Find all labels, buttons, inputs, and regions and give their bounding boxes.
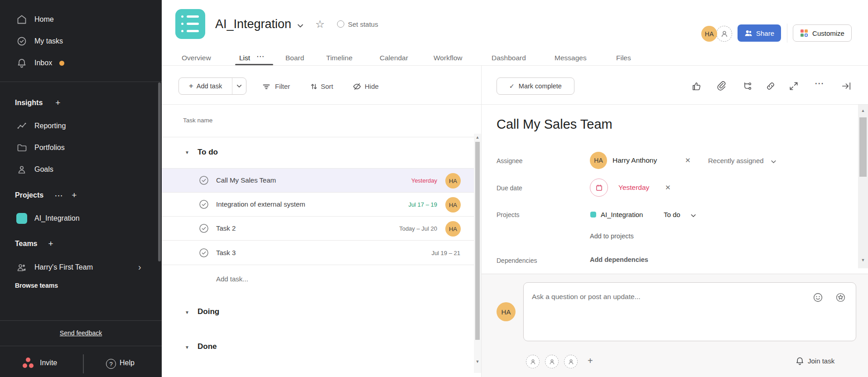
subtask-branch-icon[interactable] [743, 81, 752, 91]
favorite-star-icon[interactable]: ☆ [315, 18, 325, 30]
add-collaborator-plus-icon[interactable]: + [588, 356, 593, 366]
sidebar-item-reporting[interactable]: Reporting [0, 115, 159, 137]
assignment-dropdown[interactable]: Recently assigned [708, 157, 764, 164]
task-row[interactable]: Task 2 Today – Jul 20 HA [162, 217, 474, 241]
sidebar-item-team[interactable]: Harry's First Team › [0, 256, 159, 278]
tab-list[interactable]: List [239, 54, 250, 62]
scrollbar-thumb[interactable] [859, 117, 867, 177]
sidebar-item-home[interactable]: Home [0, 9, 159, 30]
project-name[interactable]: AI_Integration [601, 211, 643, 218]
sidebar-item-inbox[interactable]: Inbox [0, 52, 159, 74]
chevron-right-icon[interactable]: › [138, 262, 141, 272]
copy-link-icon[interactable] [766, 81, 776, 91]
sidebar-item-my-tasks[interactable]: My tasks [0, 30, 159, 52]
add-to-projects-link[interactable]: Add to projects [590, 232, 634, 240]
column-header-task-name[interactable]: Task name [183, 117, 212, 124]
tab-files[interactable]: Files [616, 54, 631, 62]
assignee-avatar: HA [445, 221, 461, 237]
section-collapse-icon[interactable]: ▼ [185, 310, 189, 315]
sidebar-item-goals[interactable]: Goals [0, 159, 159, 180]
task-row[interactable]: Integration of external system Jul 17 – … [162, 193, 474, 217]
invite-button[interactable]: Invite [40, 359, 57, 367]
add-collaborator-icon[interactable] [564, 355, 578, 368]
task-check-icon[interactable] [198, 247, 209, 258]
invite-member-icon[interactable] [716, 26, 732, 42]
tab-overview[interactable]: Overview [182, 54, 211, 62]
tab-timeline[interactable]: Timeline [326, 54, 352, 62]
assignee-avatar: HA [445, 197, 461, 213]
join-task-bell-icon[interactable] [795, 356, 805, 366]
detail-scrollbar[interactable]: ▲ ▼ [858, 105, 868, 268]
sidebar-scrollbar[interactable] [158, 82, 161, 261]
add-collaborator-icon[interactable] [545, 355, 559, 368]
assignee-avatar[interactable]: HA [590, 152, 607, 169]
project-icon[interactable] [175, 9, 205, 39]
more-options-icon[interactable]: ⋯ [815, 78, 825, 89]
task-row[interactable]: Call My Sales Team Yesterday HA [162, 169, 474, 193]
add-collaborator-icon[interactable] [526, 355, 540, 368]
scroll-up-icon[interactable]: ▲ [858, 108, 868, 113]
task-check-icon[interactable] [198, 175, 209, 186]
task-check-icon[interactable] [198, 223, 209, 234]
tab-calendar[interactable]: Calendar [380, 54, 408, 62]
comment-input[interactable]: Ask a question or post an update... [523, 282, 856, 341]
emoji-smiley-icon[interactable] [813, 292, 823, 303]
scrollbar-thumb[interactable] [475, 142, 480, 340]
tab-messages[interactable]: Messages [555, 54, 587, 62]
set-status-button[interactable]: Set status [348, 20, 378, 28]
mark-complete-button[interactable]: ✓ Mark complete [497, 77, 574, 95]
task-list-scrollbar[interactable]: ▲ ▼ [474, 134, 481, 373]
sidebar-item-portfolios[interactable]: Portfolios [0, 137, 159, 159]
task-check-icon[interactable] [198, 199, 209, 210]
scroll-down-icon[interactable]: ▼ [858, 258, 868, 262]
add-insights-button[interactable]: + [55, 98, 60, 108]
tab-dashboard[interactable]: Dashboard [492, 54, 526, 62]
fullscreen-expand-icon[interactable] [789, 81, 799, 91]
project-section-dropdown[interactable]: To do [664, 211, 680, 218]
remove-assignee-icon[interactable]: ✕ [685, 156, 691, 164]
due-date-value[interactable]: Yesterday [618, 184, 649, 192]
add-task-button[interactable]: + Add task [179, 82, 232, 91]
task-title[interactable]: Call My Sales Team [497, 117, 612, 132]
add-project-button[interactable]: + [72, 190, 77, 200]
add-task-split-button[interactable]: + Add task [178, 77, 246, 95]
tab-options-icon[interactable]: ⋯ [256, 52, 265, 61]
add-team-button[interactable]: + [48, 239, 53, 249]
section-header-done[interactable]: Done [198, 342, 217, 351]
sidebar-item-project-ai-integration[interactable]: AI_Integration [0, 208, 159, 229]
add-task-dropdown-chevron-icon[interactable] [232, 83, 246, 89]
filter-button[interactable]: Filter [275, 82, 290, 90]
remove-due-date-icon[interactable]: ✕ [665, 184, 671, 192]
tab-board[interactable]: Board [285, 54, 304, 62]
section-header-todo[interactable]: To do [198, 148, 218, 157]
customize-button[interactable]: Customize [793, 24, 852, 42]
join-task-button[interactable]: Join task [808, 357, 834, 365]
like-thumbs-up-icon[interactable] [692, 81, 702, 91]
user-avatar[interactable]: HA [701, 26, 717, 42]
section-collapse-icon[interactable]: ▼ [185, 150, 189, 155]
scroll-down-icon[interactable]: ▼ [474, 359, 481, 364]
chevron-down-icon[interactable] [690, 213, 696, 218]
task-row[interactable]: Task 3 Jul 19 – 21 [162, 241, 474, 265]
appreciation-star-icon[interactable] [835, 292, 846, 303]
chevron-down-icon[interactable] [771, 159, 776, 164]
add-task-row[interactable]: Add task... [216, 275, 248, 283]
attach-paperclip-icon[interactable] [716, 81, 726, 91]
tab-workflow[interactable]: Workflow [434, 54, 462, 62]
project-menu-chevron-icon[interactable] [297, 23, 304, 29]
due-date-calendar-icon[interactable] [590, 179, 608, 197]
section-header-doing[interactable]: Doing [198, 307, 219, 316]
projects-more-icon[interactable]: ⋯ [54, 190, 63, 201]
add-dependencies-link[interactable]: Add dependencies [590, 256, 648, 263]
assignee-name[interactable]: Harry Anthony [612, 156, 657, 164]
send-feedback-link[interactable]: Send feedback [0, 329, 162, 337]
help-button[interactable]: Help [120, 359, 135, 367]
due-date-label: Due date [497, 184, 522, 192]
browse-teams-link[interactable]: Browse teams [15, 282, 58, 289]
close-detail-panel-icon[interactable] [841, 81, 851, 91]
sort-button[interactable]: Sort [321, 82, 333, 90]
hide-button[interactable]: Hide [365, 82, 379, 90]
section-collapse-icon[interactable]: ▼ [185, 345, 189, 350]
scroll-up-icon[interactable]: ▲ [474, 135, 481, 140]
share-button[interactable]: Share [738, 24, 781, 42]
